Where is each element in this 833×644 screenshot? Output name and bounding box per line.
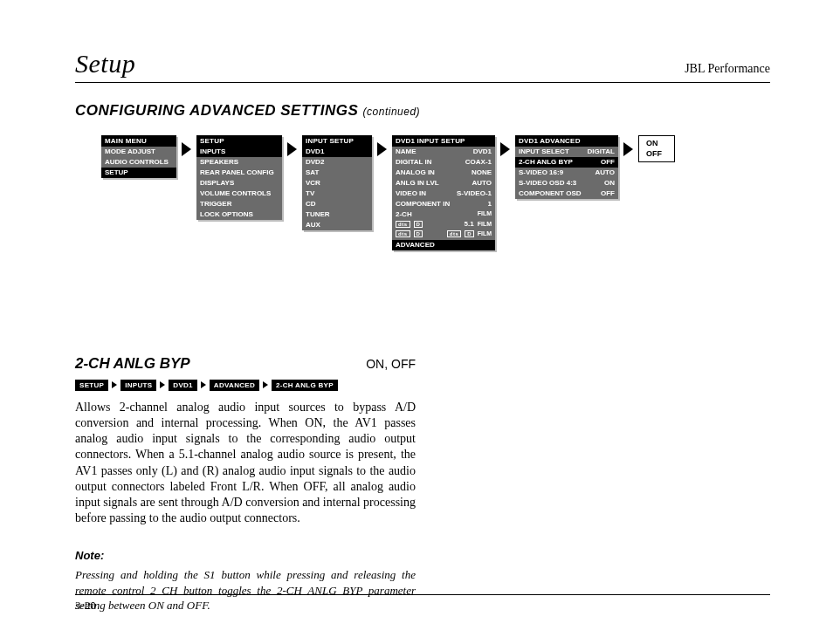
menu-item: TUNER	[302, 209, 372, 220]
menu-header: DVD1 INPUT SETUP	[392, 135, 495, 147]
note-text: Pressing and holding the S1 button while…	[75, 567, 416, 613]
menu-diagram: MAIN MENU MODE ADJUST AUDIO CONTROLS SET…	[101, 135, 770, 250]
arrow-right-icon	[160, 381, 165, 388]
menu-item-audiomode: dts D 5.1 FILM	[392, 220, 495, 230]
arrow-right-icon	[377, 142, 387, 156]
running-head: Setup JBL Performance	[75, 49, 770, 79]
arrow-right-icon	[112, 381, 117, 388]
dts-icon: dts	[396, 230, 410, 237]
onoff-box: ON OFF	[638, 135, 675, 162]
menu-item: VCR	[302, 178, 372, 188]
menu-setup: SETUP INPUTS SPEAKERS REAR PANEL CONFIG …	[196, 135, 282, 220]
menu-item: S-VIDEO 16:9AUTO	[515, 168, 618, 178]
onoff-off: OFF	[646, 149, 662, 160]
menu-item: COMPONENT OSDOFF	[515, 188, 618, 199]
menu-dvd1-input: DVD1 INPUT SETUP NAMEDVD1 DIGITAL INCOAX…	[392, 135, 495, 250]
menu-item: AUDIO CONTROLS	[101, 157, 176, 168]
arrow-right-icon	[500, 142, 510, 156]
param-heading: 2-CH ANLG BYP ON, OFF	[75, 355, 416, 373]
param-name: 2-CH ANLG BYP	[75, 355, 190, 373]
menu-item: COMPONENT IN1	[392, 199, 495, 209]
path-chip: ADVANCED	[210, 380, 259, 391]
menu-item: TRIGGER	[196, 199, 282, 209]
menu-item: DISPLAYS	[196, 178, 282, 188]
menu-header: MAIN MENU	[101, 135, 176, 147]
dts-icon: dts	[447, 230, 462, 237]
dts-icon: dts	[396, 221, 410, 228]
menu-item: INPUT SELECTDIGITAL	[515, 147, 618, 157]
path-chip: 2-CH ANLG BYP	[272, 380, 338, 391]
menu-item: SAT	[302, 168, 372, 178]
page-number: 3-20	[75, 599, 96, 613]
paragraph: Allows 2-channel analog audio input sour…	[75, 400, 416, 527]
menu-item-selected: 2-CH ANLG BYPOFF	[515, 157, 618, 168]
menu-item: S-VIDEO OSD 4:3ON	[515, 178, 618, 188]
path-chip: SETUP	[75, 380, 108, 391]
arrow-right-icon	[287, 142, 297, 156]
menu-item-selected: SETUP	[101, 168, 176, 178]
dolby-icon: D	[414, 230, 423, 237]
arrow-right-icon	[182, 142, 191, 156]
menu-item: AUX	[302, 220, 372, 230]
menu-item: ANLG IN LVLAUTO	[392, 178, 495, 188]
arrow-right-icon	[201, 381, 206, 388]
body-column: 2-CH ANLG BYP ON, OFF SETUP INPUTS DVD1 …	[75, 355, 416, 613]
menu-input-setup: INPUT SETUP DVD1 DVD2 SAT VCR TV CD TUNE…	[302, 135, 372, 230]
menu-item: SPEAKERS	[196, 157, 282, 168]
menu-item: DIGITAL INCOAX-1	[392, 157, 495, 168]
footer-rule	[75, 594, 770, 595]
menu-item: MODE ADJUST	[101, 147, 176, 157]
menu-item-selected: ADVANCED	[392, 240, 495, 250]
menu-item: ANALOG INNONE	[392, 168, 495, 178]
onoff-on: ON	[646, 139, 662, 149]
dolby-icon: D	[465, 230, 473, 237]
menu-item-selected: INPUTS	[196, 147, 282, 157]
menu-item: 2-CHFILM	[392, 209, 495, 220]
menu-item: NAMEDVD1	[392, 147, 495, 157]
param-values: ON, OFF	[366, 357, 416, 371]
menu-item-selected: DVD1	[302, 147, 372, 157]
section-title-continued: (continued)	[363, 106, 421, 118]
menu-header: INPUT SETUP	[302, 135, 372, 147]
dolby-icon: D	[414, 221, 423, 228]
menu-header: DVD1 ADVANCED	[515, 135, 618, 147]
menu-item: VOLUME CONTROLS	[196, 188, 282, 199]
menu-header: SETUP	[196, 135, 282, 147]
runhead-right: JBL Performance	[685, 62, 770, 76]
menu-item: CD	[302, 199, 372, 209]
menu-item: LOCK OPTIONS	[196, 209, 282, 220]
menu-dvd1-advanced: DVD1 ADVANCED INPUT SELECTDIGITAL 2-CH A…	[515, 135, 618, 199]
path-chip: DVD1	[169, 380, 197, 391]
menu-item: TV	[302, 188, 372, 199]
arrow-right-icon	[263, 381, 268, 388]
menu-item: REAR PANEL CONFIG	[196, 168, 282, 178]
path-chip: INPUTS	[120, 380, 156, 391]
menu-item: VIDEO INS-VIDEO-1	[392, 188, 495, 199]
header-rule	[75, 82, 770, 83]
note-label: Note:	[75, 549, 416, 562]
menu-item-audiomode: dts D dts D FILM	[392, 230, 495, 240]
menu-path: SETUP INPUTS DVD1 ADVANCED 2-CH ANLG BYP	[75, 380, 416, 391]
section-title-text: CONFIGURING ADVANCED SETTINGS	[75, 102, 358, 119]
section-title: CONFIGURING ADVANCED SETTINGS (continued…	[75, 102, 770, 120]
arrow-right-icon	[623, 142, 633, 156]
runhead-left: Setup	[75, 49, 135, 79]
menu-main: MAIN MENU MODE ADJUST AUDIO CONTROLS SET…	[101, 135, 176, 178]
menu-item: DVD2	[302, 157, 372, 168]
